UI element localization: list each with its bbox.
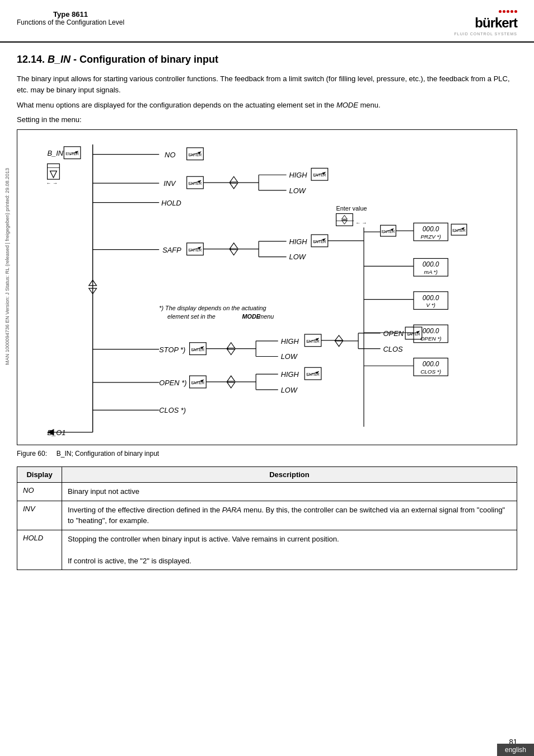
svg-text:LOW: LOW [281,385,298,394]
logo-decoration [499,10,517,13]
label-b_in: B_IN [48,148,64,157]
svg-text:INV: INV [163,179,176,188]
svg-text:NO: NO [165,150,175,158]
svg-text:menu: menu [259,313,274,320]
svg-text:MODE: MODE [242,313,261,320]
table-row: INV Inverting of the effective direction… [17,501,517,530]
svg-text:000.0: 000.0 [423,293,439,301]
svg-text:SAFP: SAFP [162,245,181,254]
svg-text:OPEN: OPEN [383,329,404,337]
table-header-display: Display [17,467,62,483]
intro-paragraph-2: What menu options are displayed for the … [17,100,517,111]
svg-text:HIGH: HIGH [289,171,308,179]
svg-marker-117 [227,349,235,354]
svg-marker-149 [227,382,235,388]
svg-text:000.0: 000.0 [423,326,439,334]
svg-text:V *): V *) [426,302,435,308]
table-cell-display-inv: INV [17,501,62,530]
svg-text:mA *): mA *) [424,269,437,275]
svg-text:000.0: 000.0 [423,260,439,268]
diagram-svg: .diag-text { font-family: Arial, sans-se… [26,139,508,438]
svg-text:STOP *): STOP *) [159,345,185,353]
section-title-italic: B_IN [48,54,71,65]
svg-text:OPEN *): OPEN *) [420,335,442,341]
header-title-area: Type 8611 Functions of the Configuration… [17,10,124,26]
section-heading: 12.14. B_IN - Configuration of binary in… [17,54,517,66]
brand-name: bürkert [475,15,517,31]
table-row: HOLD Stopping the controller when binary… [17,530,517,570]
svg-text:CLOS: CLOS [383,344,403,353]
svg-text:← →: ← → [46,180,58,186]
document-subtitle: Functions of the Configuration Level [17,18,124,26]
svg-marker-128 [335,340,343,346]
language-badge: english [497,744,534,756]
svg-marker-34 [230,183,238,189]
table-cell-display-no: NO [17,483,62,501]
svg-text:Enter value: Enter value [336,205,367,212]
section-number: 12.14. [17,54,45,65]
svg-text:000.0: 000.0 [423,225,439,233]
table-header-description: Description [62,467,517,483]
setting-label: Setting in the menu: [17,115,517,124]
description-table: Display Description NO Binary input not … [17,466,517,570]
svg-text:HIGH: HIGH [281,337,299,345]
svg-text:CLOS *): CLOS *) [159,406,186,414]
brand-tagline: FLUID CONTROL SYSTEMS [454,32,517,36]
intro-paragraph-1: The binary input allows for starting var… [17,73,517,95]
svg-marker-49 [341,215,347,219]
table-row: NO Binary input not active [17,483,517,501]
svg-marker-60 [230,242,238,248]
document-type: Type 8611 [53,10,88,18]
svg-marker-61 [230,249,238,255]
figure-label: Figure 60: [17,450,47,458]
table-cell-desc-hold: Stopping the controller when binary inpu… [62,530,517,570]
svg-text:*) The display depends on the : *) The display depends on the actuating [159,305,266,311]
svg-text:000.0: 000.0 [423,360,439,368]
svg-text:← →: ← → [355,220,367,226]
table-cell-display-hold: HOLD [17,530,62,570]
diagram-container: .diag-text { font-family: Arial, sans-se… [17,129,517,446]
svg-marker-116 [227,342,235,348]
svg-text:PRZV *): PRZV *) [420,233,441,239]
svg-marker-16 [50,171,57,178]
svg-text:LOW: LOW [281,352,298,361]
svg-marker-33 [230,176,238,182]
svg-text:HIGH: HIGH [281,370,299,379]
svg-text:HIGH: HIGH [289,237,308,245]
svg-text:element set in the: element set in the [167,313,216,320]
svg-text:LOW: LOW [289,186,307,194]
svg-text:OPEN *): OPEN *) [159,378,186,386]
page-header: Type 8611 Functions of the Configuration… [0,0,534,43]
svg-marker-127 [335,335,343,340]
logo-area: bürkert FLUID CONTROL SYSTEMS [454,10,517,36]
svg-text:HOLD: HOLD [161,198,181,207]
figure-text: B_IN; Configuration of binary input [57,450,159,458]
svg-text:CLOS *): CLOS *) [420,368,441,375]
table-cell-desc-inv: Inverting of the effective direction def… [62,501,517,530]
svg-text:LOW: LOW [289,253,307,261]
figure-caption: Figure 60: B_IN; Configuration of binary… [17,450,517,458]
sidebar-metadata: MAN 1000094736 EN Version: J Status: RL … [4,168,10,365]
section-title-rest: - Configuration of binary input [71,54,218,65]
svg-marker-148 [227,376,235,381]
main-content: 12.14. B_IN - Configuration of binary in… [0,43,534,581]
table-cell-desc-no: Binary input not active [62,483,517,501]
